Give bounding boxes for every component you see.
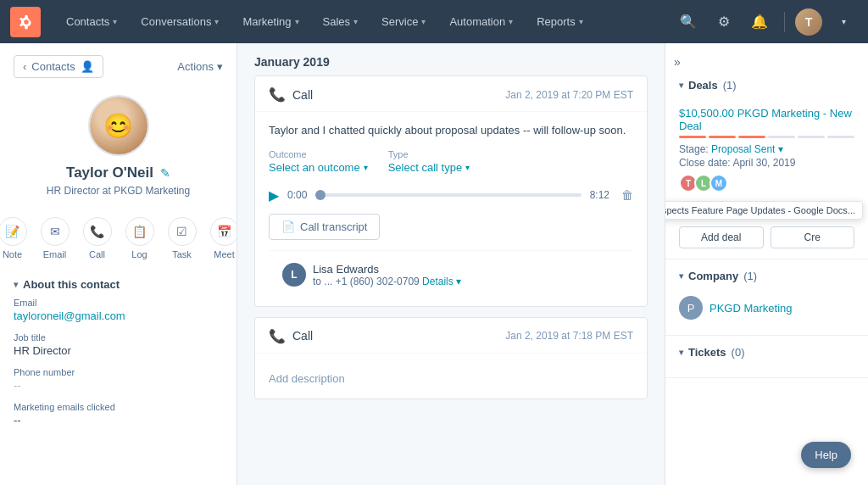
back-to-contacts-button[interactable]: ‹ Contacts 👤 [14,55,103,78]
nav-sales-chevron: ▾ [353,17,358,26]
phone-value: -- [14,379,223,392]
deal-name[interactable]: $10,500.00 PKGD Marketing - New Deal [679,107,854,132]
call-type-select[interactable]: Select call type ▾ [388,161,470,174]
call-date-2: Jan 2, 2019 at 7:18 PM EST [505,330,633,342]
settings-button[interactable]: ⚙ [709,8,738,36]
progress-bar-2 [709,136,736,138]
back-chevron-icon: ‹ [23,60,26,73]
email-recipient-row: to ... +1 (860) 302-0709 Details ▾ [313,276,461,287]
company-item: P PKGD Marketing [679,291,854,325]
nav-conversations-chevron: ▾ [214,17,219,26]
deal-avatars: T L M [679,174,854,192]
company-count: (1) [743,270,757,282]
contact-title: HR Director at PKGD Marketing [47,185,190,197]
nav-marketing[interactable]: Marketing ▾ [231,0,310,43]
add-description-button[interactable]: Add description [269,364,633,388]
deals-label: Deals [688,79,718,92]
nav-reports[interactable]: Reports ▾ [525,0,595,43]
call-action[interactable]: 📞 Call [83,217,112,259]
nav-automation[interactable]: Automation ▾ [437,0,525,43]
actions-chevron-icon: ▾ [217,60,223,73]
nav-contacts-chevron: ▾ [113,17,117,26]
call-card-2-header: 📞 Call Jan 2, 2019 at 7:18 PM EST [255,318,647,354]
tickets-section-header[interactable]: ▾ Tickets (0) [679,346,854,359]
tickets-section: ▾ Tickets (0) [665,336,868,378]
audio-slider-thumb [315,190,326,200]
type-placeholder: Select call type [388,161,462,174]
user-menu-chevron[interactable]: ▾ [829,8,858,36]
marketing-emails-label: Marketing emails clicked [14,402,223,412]
deal-stage-row: Stage: Proposal Sent ▾ [679,143,854,155]
call-meta: Outcome Select an outcome ▾ Type Select … [269,149,633,174]
company-chevron-icon: ▾ [679,271,683,281]
about-chevron-icon: ▾ [14,280,18,289]
play-button[interactable]: ▶ [269,187,279,203]
close-date-value: April 30, 2019 [732,157,795,169]
stage-value[interactable]: Proposal Sent ▾ [711,143,783,155]
transcript-label: Call transcript [300,220,367,233]
nav-conversations[interactable]: Conversations ▾ [129,0,231,43]
note-action[interactable]: 📝 Note [0,217,27,259]
nav-reports-label: Reports [537,15,576,28]
card-divider [269,250,633,251]
note-label: Note [3,249,22,259]
hubspot-logo[interactable] [10,7,41,37]
left-sidebar: ‹ Contacts 👤 Actions ▾ 😊 Taylor O'Neil ✎… [0,43,237,485]
create-deal-button[interactable]: Cre [771,226,855,248]
company-section-header[interactable]: ▾ Company (1) [679,270,854,282]
company-name[interactable]: PKGD Marketing [709,302,793,315]
outcome-placeholder: Select an outcome [269,161,360,174]
details-link[interactable]: Details ▾ [422,276,461,287]
meet-action[interactable]: 📅 Meet [210,217,238,259]
email-info-group: Lisa Edwards to ... +1 (860) 302-0709 De… [313,263,461,287]
nav-contacts-label: Contacts [66,15,109,28]
about-section-header[interactable]: ▾ About this contact [14,270,223,298]
company-initial: P [687,302,695,315]
sender-name: Lisa Edwards [313,263,461,276]
contact-actions: 📝 Note ✉ Email 📞 Call 📋 Log ☑ Task 📅 M [0,210,236,270]
nav-conversations-label: Conversations [141,15,211,28]
phone-field-group: Phone number -- [14,367,223,392]
edit-contact-icon[interactable]: ✎ [160,166,170,180]
task-action[interactable]: ☑ Task [168,217,197,259]
tickets-count: (0) [732,346,745,359]
deal-card: $10,500.00 PKGD Marketing - New Deal Sta… [679,100,854,199]
outcome-select[interactable]: Select an outcome ▾ [269,161,368,174]
email-action[interactable]: ✉ Email [41,217,70,259]
expand-sidebar-btn[interactable]: » [665,43,868,69]
deals-section-header[interactable]: ▾ Deals (1) [679,79,854,92]
type-dropdown-arrow: ▾ [465,163,470,172]
call-transcript-button[interactable]: 📄 Call transcript [269,214,380,240]
outcome-dropdown-arrow: ▾ [364,163,368,172]
email-field-value[interactable]: tayloroneil@gmail.com [14,309,223,322]
log-action[interactable]: 📋 Log [125,217,154,259]
nav-contacts[interactable]: Contacts ▾ [54,0,129,43]
type-label: Type [388,149,470,159]
call-label: Call [89,249,105,259]
email-label: Email [43,249,67,259]
nav-menu: Contacts ▾ Conversations ▾ Marketing ▾ S… [54,0,674,43]
nav-sales-label: Sales [323,15,351,28]
meet-icon: 📅 [210,217,238,246]
help-button[interactable]: Help [801,442,851,468]
outcome-group: Outcome Select an outcome ▾ [269,149,368,174]
add-deal-button[interactable]: Add deal [679,226,764,248]
audio-slider[interactable] [315,193,581,197]
call-note: Taylor and I chatted quickly about propo… [269,122,633,139]
notifications-button[interactable]: 🔔 [745,8,774,36]
nav-automation-chevron: ▾ [509,17,513,26]
call-card-1-body: Taylor and I chatted quickly about propo… [255,112,647,306]
search-button[interactable]: 🔍 [674,8,703,36]
close-date-label: Close date: [679,157,731,169]
user-avatar[interactable]: T [795,8,822,36]
call-title-2: Call [292,329,313,343]
job-title-label: Job title [14,332,223,343]
nav-service[interactable]: Service ▾ [370,0,437,43]
delete-recording-icon[interactable]: 🗑 [621,188,633,202]
note-icon: 📝 [0,217,27,246]
center-panel: January 2019 📞 Call Jan 2, 2019 at 7:20 … [237,43,665,485]
actions-button[interactable]: Actions ▾ [177,60,223,73]
nav-service-chevron: ▾ [421,17,426,26]
nav-sales[interactable]: Sales ▾ [311,0,370,43]
audio-start-time: 0:00 [287,189,307,201]
